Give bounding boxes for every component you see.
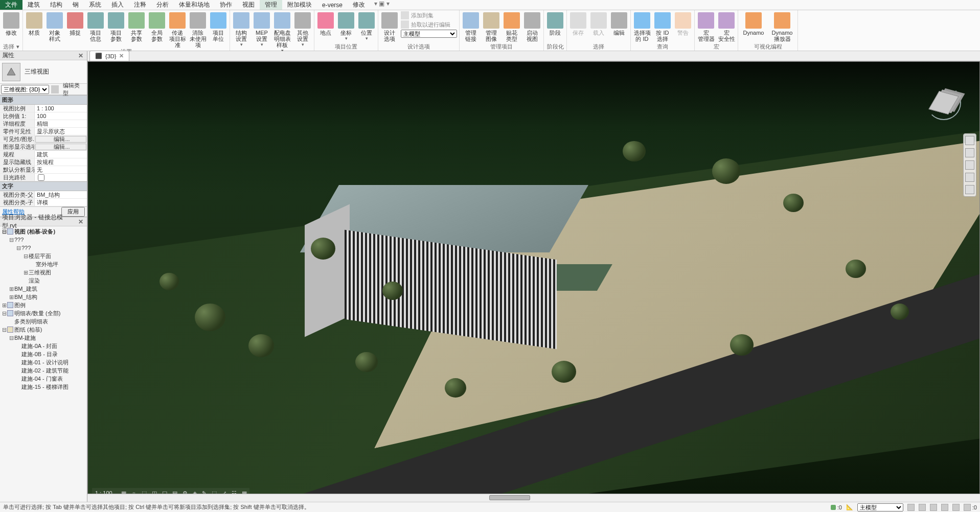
- prop-row[interactable]: 显示隐藏线按规程: [0, 158, 87, 166]
- ribbon-Dynamo播放器[interactable]: Dynamo 播放器: [769, 11, 795, 43]
- expand-icon[interactable]: ⊟: [22, 253, 29, 260]
- tree-node[interactable]: ⊞图例: [1, 301, 86, 309]
- tab-建筑[interactable]: 建筑: [22, 0, 45, 10]
- expand-icon[interactable]: ⊟: [8, 335, 14, 341]
- ribbon-其他设置[interactable]: 其他 设置▾: [293, 11, 312, 53]
- prop-row[interactable]: 零件可见性显示原状态: [0, 128, 87, 135]
- tree-node[interactable]: ⊟???: [1, 236, 86, 244]
- ribbon-位置[interactable]: 位置▾: [357, 11, 376, 43]
- expand-icon[interactable]: ⊟: [8, 237, 14, 243]
- ribbon-项目单位[interactable]: 项目 单位: [209, 11, 227, 48]
- ribbon-选择项的ID[interactable]: 选择项 的 ID: [633, 11, 651, 43]
- tree-node[interactable]: 多类别明细表: [1, 317, 86, 325]
- tab-overflow-icon[interactable]: ▾ ▣ ▾: [374, 0, 390, 10]
- expand-icon[interactable]: ⊞: [1, 302, 7, 309]
- prop-section-文字[interactable]: 文字: [0, 181, 87, 191]
- prop-row[interactable]: 视图比例1 : 100: [0, 105, 87, 112]
- status-filter[interactable]: [941, 504, 948, 511]
- prop-row[interactable]: 比例值 1:100: [0, 112, 87, 120]
- prop-checkbox[interactable]: [38, 174, 44, 181]
- ribbon-设计选项[interactable]: 设计 选项: [380, 11, 399, 43]
- ribbon-材质[interactable]: 材质: [25, 11, 43, 48]
- tab-file[interactable]: 文件: [0, 0, 22, 10]
- pan-icon[interactable]: [965, 148, 974, 157]
- tab-e-verse[interactable]: e-verse: [317, 0, 348, 10]
- tree-node[interactable]: 建施-0A - 封面: [1, 342, 86, 350]
- edit-type-button[interactable]: 编辑类型: [61, 82, 86, 97]
- expand-icon[interactable]: ⊟: [1, 228, 7, 235]
- status-filter[interactable]: :0: [964, 504, 977, 511]
- tab-协作[interactable]: 协作: [215, 0, 237, 10]
- ribbon-管理图像[interactable]: 管理 图像: [482, 11, 500, 43]
- steering-wheel-icon[interactable]: [965, 136, 974, 145]
- tab-视图[interactable]: 视图: [237, 0, 260, 10]
- orbit-icon[interactable]: [965, 173, 974, 182]
- tab-插入[interactable]: 插入: [106, 0, 129, 10]
- prop-row[interactable]: 详细程度精细: [0, 120, 87, 128]
- prop-row[interactable]: 默认分析显示...无: [0, 166, 87, 174]
- status-filter[interactable]: [952, 504, 960, 511]
- tree-node[interactable]: ⊟???: [1, 244, 86, 252]
- ribbon-传递项目标准[interactable]: 传递 项目标准: [168, 11, 187, 48]
- project-browser[interactable]: ⊟视图 (柏慕-设备)⊟???⊟???⊟楼层平面 室外地坪⊞三维视图 渲染⊞BM…: [0, 226, 87, 502]
- expand-icon[interactable]: ⊞: [22, 269, 29, 276]
- tree-node[interactable]: 建施-15 - 楼梯详图: [1, 383, 86, 391]
- ribbon-地点[interactable]: 地点: [316, 11, 335, 43]
- prop-row[interactable]: 可见性/图形...编辑...: [0, 135, 87, 143]
- tree-node[interactable]: 建施-01 - 设计说明: [1, 358, 86, 366]
- ribbon-修改[interactable]: 修改: [2, 11, 20, 43]
- tab-注释[interactable]: 注释: [129, 0, 151, 10]
- workset-selector[interactable]: 主模型: [857, 503, 903, 511]
- ribbon-捕捉[interactable]: 捕捉: [66, 11, 84, 48]
- tree-node[interactable]: ⊟图纸 (柏慕): [1, 325, 86, 334]
- ribbon-对象样式[interactable]: 对象 样式: [45, 11, 64, 48]
- ribbon-配电盘明细表样板[interactable]: 配电盘明细表 样板▾: [273, 11, 291, 53]
- ribbon-共享参数[interactable]: 共享 参数: [127, 11, 146, 48]
- prop-row[interactable]: 视图分类-子详模: [0, 199, 87, 206]
- expand-icon[interactable]: ⊞: [8, 286, 14, 292]
- ribbon-贴花类型[interactable]: 贴花 类型: [503, 11, 521, 43]
- ribbon-按ID选择[interactable]: 按 ID 选择: [653, 11, 672, 43]
- tab-修改[interactable]: 修改: [348, 0, 370, 10]
- ribbon-全局参数[interactable]: 全局 参数: [148, 11, 166, 48]
- tab-体量和场地[interactable]: 体量和场地: [174, 0, 215, 10]
- ribbon-清除未使用项[interactable]: 清除 未使用项: [189, 11, 207, 48]
- status-filter[interactable]: [907, 504, 915, 511]
- prop-row[interactable]: 日光路径: [0, 174, 87, 181]
- 3d-viewport[interactable]: 1 : 100 ▦☼⬚◫⬓▤⚙◈✎⬚⤢☷▦: [87, 61, 980, 502]
- tree-node[interactable]: ⊟明细表/数量 (全部): [1, 309, 86, 317]
- design-option-select[interactable]: 主模型: [401, 30, 457, 38]
- ribbon-宏安全性[interactable]: 宏 安全性: [717, 11, 736, 43]
- type-selector[interactable]: 三维视图: [0, 60, 87, 84]
- ribbon-Dynamo[interactable]: Dynamo: [740, 11, 767, 43]
- ribbon-坐标[interactable]: 坐标▾: [337, 11, 355, 43]
- ribbon-编辑[interactable]: 编辑: [610, 11, 628, 43]
- ribbon-启动视图[interactable]: 启动 视图: [523, 11, 541, 43]
- link-icon[interactable]: [51, 85, 59, 94]
- tree-node[interactable]: ⊟BM-建施: [1, 334, 86, 342]
- view-cube[interactable]: [923, 82, 964, 123]
- prop-row[interactable]: 视图分类-父BM_结构: [0, 191, 87, 199]
- zoom-icon[interactable]: [965, 160, 974, 170]
- tree-node[interactable]: 渲染: [1, 276, 86, 285]
- ribbon-管理链接[interactable]: 管理 链接: [462, 11, 480, 43]
- prop-row[interactable]: 规程建筑: [0, 151, 87, 158]
- lookaround-icon[interactable]: [965, 185, 974, 194]
- expand-icon[interactable]: ⊟: [1, 310, 7, 317]
- tree-node[interactable]: ⊞三维视图: [1, 268, 86, 276]
- tab-管理[interactable]: 管理: [260, 0, 282, 10]
- ribbon-项目信息[interactable]: 项目 信息: [86, 11, 105, 48]
- status-chip[interactable]: :0: [831, 504, 842, 510]
- tree-node[interactable]: 建施-02 - 建筑节能: [1, 366, 86, 375]
- tree-node[interactable]: 室外地坪: [1, 260, 86, 268]
- tab-分析[interactable]: 分析: [151, 0, 174, 10]
- tree-node[interactable]: 建施-0B - 目录: [1, 350, 86, 358]
- ribbon-阶段[interactable]: 阶段: [546, 11, 564, 43]
- horizontal-scrollbar[interactable]: [87, 494, 980, 502]
- tree-node[interactable]: ⊟楼层平面: [1, 252, 86, 260]
- expand-icon[interactable]: ⊞: [8, 294, 14, 300]
- tab-结构[interactable]: 结构: [45, 0, 67, 10]
- status-filter[interactable]: [930, 504, 937, 511]
- ribbon-MEP设置[interactable]: MEP 设置▾: [253, 11, 271, 53]
- ribbon-宏管理器[interactable]: 宏 管理器: [697, 11, 715, 43]
